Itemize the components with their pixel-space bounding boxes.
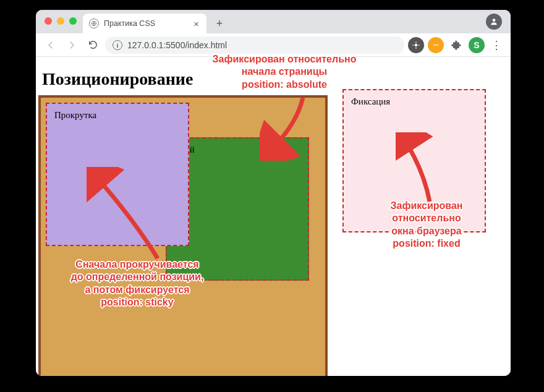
profile-letter: S xyxy=(474,40,479,50)
browser-tab[interactable]: Практика CSS × xyxy=(83,14,206,33)
profile-avatar-icon[interactable] xyxy=(486,14,502,30)
reload-button[interactable] xyxy=(84,36,101,54)
svg-point-1 xyxy=(493,19,496,22)
sticky-box-label: Прокрутка xyxy=(54,110,96,120)
forward-button[interactable] xyxy=(63,36,80,54)
svg-rect-4 xyxy=(435,44,436,45)
url-text: 127.0.0.1:5500/index.html xyxy=(127,40,227,50)
close-tab-button[interactable]: × xyxy=(193,19,199,28)
svg-rect-5 xyxy=(437,44,438,45)
window-controls xyxy=(45,17,77,25)
page-content: Позиционирование тный Прокрутка Фиксация xyxy=(36,57,511,98)
close-window-button[interactable] xyxy=(45,17,52,25)
extensions-button[interactable] xyxy=(448,36,465,54)
page-heading: Позиционирование xyxy=(42,69,511,89)
extension-icon-2[interactable] xyxy=(428,37,444,53)
tab-title: Практика CSS xyxy=(104,19,155,28)
svg-rect-3 xyxy=(434,44,435,45)
back-button[interactable] xyxy=(42,36,59,54)
fullscreen-window-button[interactable] xyxy=(69,17,77,25)
new-tab-button[interactable]: + xyxy=(211,15,227,32)
globe-icon xyxy=(89,19,99,28)
profile-button[interactable]: S xyxy=(469,37,485,53)
browser-menu-button[interactable]: ⋮ xyxy=(488,38,504,52)
fixed-box-label: Фиксация xyxy=(351,96,390,106)
extension-icon-1[interactable] xyxy=(408,37,424,53)
tab-strip: Практика CSS × + xyxy=(36,10,511,33)
fixed-box: Фиксация xyxy=(342,89,486,232)
page-viewport: Позиционирование тный Прокрутка Фиксация xyxy=(36,57,511,376)
sticky-box: Прокрутка xyxy=(46,103,189,246)
browser-window: Практика CSS × + i 127.0.0.1:5500/index.… xyxy=(36,10,511,376)
browser-toolbar: i 127.0.0.1:5500/index.html S ⋮ xyxy=(36,33,511,57)
svg-point-2 xyxy=(415,43,418,46)
site-info-icon[interactable]: i xyxy=(113,40,122,50)
address-bar[interactable]: i 127.0.0.1:5500/index.html xyxy=(105,36,404,54)
minimize-window-button[interactable] xyxy=(57,17,64,25)
